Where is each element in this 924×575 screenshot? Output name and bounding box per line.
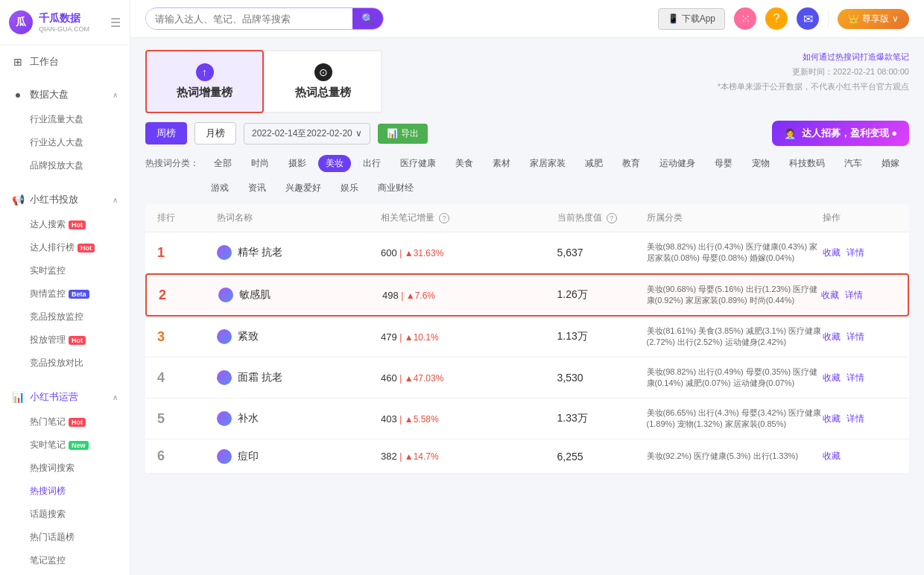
download-app-button[interactable]: 📱 下载App <box>658 8 725 30</box>
cat-pet[interactable]: 宠物 <box>744 155 777 172</box>
table-row: 1 精华 抗老 600 | ▲31.63% 5,637 美妆(98.82%) 出… <box>145 232 909 273</box>
vip-button[interactable]: 👑 尊享版 ∨ <box>838 9 909 29</box>
period-week-button[interactable]: 周榜 <box>145 122 187 144</box>
cat-beauty[interactable]: 美妆 <box>318 155 351 172</box>
tab-increase[interactable]: ↑ 热词增量榜 <box>145 50 264 113</box>
update-time: 更新时间：2022-02-21 08:00:00 <box>792 67 909 76</box>
mail-icon-button[interactable]: ✉ <box>797 7 819 30</box>
rank-number: 1 <box>157 245 217 261</box>
table-row: 2 敏感肌 498 | ▲7.6% 1.26万 美妆(90.68%) 母婴(5.… <box>145 273 909 317</box>
growth-info-icon[interactable]: ? <box>439 213 449 223</box>
growth-cell: 403 | ▲5.58% <box>381 413 557 425</box>
sidebar-item-industry-talent[interactable]: 行业达人大盘 <box>0 131 130 154</box>
sidebar-item-realtime-monitor[interactable]: 实时监控 <box>0 259 130 282</box>
cat-news[interactable]: 资讯 <box>241 180 273 197</box>
save-action[interactable]: 收藏 <box>823 331 841 343</box>
cat-sports[interactable]: 运动健身 <box>652 155 703 172</box>
help-icon-button[interactable]: ? <box>765 7 788 30</box>
grid-icon-button[interactable]: ⁙ <box>734 7 756 30</box>
cat-entertainment[interactable]: 娱乐 <box>333 180 366 197</box>
sidebar-item-hot-search-rank[interactable]: 热搜词榜 <box>0 480 130 503</box>
cat-maternal[interactable]: 母婴 <box>707 155 740 172</box>
date-range-select[interactable]: 2022-02-14至2022-02-20 ∨ <box>244 123 370 144</box>
cat-car[interactable]: 汽车 <box>837 155 870 172</box>
sidebar-item-note-query[interactable]: 笔记收录查询 <box>0 572 130 575</box>
sidebar-item-brand-delivery[interactable]: 品牌投放大盘 <box>0 154 130 177</box>
promo-banner[interactable]: 🧑‍💼 达人招募，盈利变现 ● <box>772 121 909 146</box>
promo-illustration: 🧑‍💼 <box>784 128 796 139</box>
cat-business[interactable]: 商业财经 <box>370 180 421 197</box>
topbar-right: 📱 下载App ⁙ ? ✉ 👑 尊享版 ∨ <box>658 7 909 30</box>
sidebar-item-industry-traffic[interactable]: 行业流量大盘 <box>0 108 130 131</box>
main-area: 🔍 📱 下载App ⁙ ? ✉ 👑 尊享版 ∨ ↑ <box>130 0 924 575</box>
sidebar-item-hot-topic-rank[interactable]: 热门话题榜 <box>0 526 130 549</box>
cat-wedding[interactable]: 婚嫁 <box>874 155 907 172</box>
sidebar-item-competitor-compare[interactable]: 竞品投放对比 <box>0 352 130 375</box>
sidebar-item-xhs-delivery[interactable]: 📢 小红书投放 ∧ <box>0 186 130 213</box>
cat-all[interactable]: 全部 <box>206 155 239 172</box>
heat-cell: 1.26万 <box>557 288 647 302</box>
save-action[interactable]: 收藏 <box>823 413 841 425</box>
cat-travel[interactable]: 出行 <box>355 155 388 172</box>
search-input[interactable] <box>146 9 352 29</box>
keyword-cell: 面霜 抗老 <box>217 370 381 385</box>
sidebar-item-talent-search[interactable]: 达人搜索 Hot <box>0 213 130 236</box>
table-row: 3 紧致 479 | ▲10.1% 1.13万 美妆(81.61%) 美食(3.… <box>145 317 909 358</box>
save-action[interactable]: 收藏 <box>823 247 841 259</box>
detail-action[interactable]: 详情 <box>847 331 864 343</box>
growth-up-icon: | ▲47.03% <box>399 373 443 384</box>
table-row: 4 面霜 抗老 460 | ▲47.03% 3,530 美妆(98.82%) 出… <box>145 358 909 398</box>
info-area: 如何通过热搜词打造爆款笔记 更新时间：2022-02-21 08:00:00 *… <box>718 50 909 100</box>
tab-total[interactable]: ⊙ 热词总量榜 <box>264 50 382 113</box>
cat-fitness[interactable]: 减肥 <box>578 155 610 172</box>
sidebar-item-topic-search[interactable]: 话题搜索 <box>0 503 130 526</box>
save-action[interactable]: 收藏 <box>821 289 839 302</box>
content-inner: ↑ 热词增量榜 ⊙ 热词总量榜 如何通过热搜词打造爆款笔记 更新时间：2022-… <box>130 38 924 486</box>
tags-cell: 美妆(92.2%) 医疗健康(5.3%) 出行(1.33%) <box>647 451 823 462</box>
sidebar-item-talent-rank[interactable]: 达人排行榜 Hot <box>0 236 130 259</box>
sidebar-item-data-board[interactable]: ● 数据大盘 ∧ <box>0 81 130 108</box>
cat-fashion[interactable]: 时尚 <box>244 155 276 172</box>
save-action[interactable]: 收藏 <box>823 372 841 384</box>
cat-photography[interactable]: 摄影 <box>281 155 314 172</box>
cat-tech[interactable]: 科技数码 <box>782 155 832 172</box>
export-button[interactable]: 📊 导出 <box>378 124 428 144</box>
sidebar-item-sentiment-monitor[interactable]: 舆情监控 Beta <box>0 282 130 305</box>
chevron-up-icon: ∧ <box>113 196 118 204</box>
tags-cell: 美妆(81.61%) 美食(3.85%) 减肥(3.1%) 医疗健康(2.72%… <box>647 325 823 348</box>
col-growth: 相关笔记增量 ? <box>381 212 557 224</box>
sidebar-item-competitor-monitor[interactable]: 竞品投放监控 <box>0 305 130 328</box>
help-link[interactable]: 如何通过热搜词打造爆款笔记 <box>803 52 909 61</box>
logo-area: 瓜 千瓜数据 QIAN-GUA.COM ☰ <box>0 0 130 45</box>
cat-medical[interactable]: 医疗健康 <box>393 155 443 172</box>
sidebar-item-realtime-notes[interactable]: 实时笔记 New <box>0 433 130 457</box>
chevron-up-icon: ∧ <box>113 393 118 401</box>
notice-text: *本榜单来源于公开数据，不代表小红书平台官方观点 <box>718 82 909 91</box>
sidebar-item-hot-notes[interactable]: 热门笔记 Hot <box>0 410 130 433</box>
increase-icon: ↑ <box>196 63 214 81</box>
sidebar-item-xhs-operation[interactable]: 📊 小红书运营 ∧ <box>0 384 130 410</box>
rank-number: 5 <box>157 411 217 427</box>
cat-education[interactable]: 教育 <box>615 155 648 172</box>
cat-material[interactable]: 素材 <box>485 155 518 172</box>
search-button[interactable]: 🔍 <box>352 8 383 29</box>
cat-hobby[interactable]: 兴趣爱好 <box>278 180 329 197</box>
menu-toggle-icon[interactable]: ☰ <box>110 16 121 30</box>
sidebar-item-note-monitor[interactable]: 笔记监控 <box>0 549 130 572</box>
action-cell: 收藏 详情 <box>823 372 897 384</box>
detail-action[interactable]: 详情 <box>847 413 864 425</box>
detail-action[interactable]: 详情 <box>847 372 864 384</box>
detail-action[interactable]: 详情 <box>845 289 863 302</box>
rank-number: 2 <box>159 288 218 303</box>
sidebar-item-workbench[interactable]: ⊞ 工作台 <box>0 48 130 75</box>
save-action[interactable]: 收藏 <box>823 450 841 463</box>
heat-info-icon[interactable]: ? <box>607 213 617 223</box>
cat-game[interactable]: 游戏 <box>203 180 236 197</box>
cat-food[interactable]: 美食 <box>448 155 481 172</box>
detail-action[interactable]: 详情 <box>847 247 864 259</box>
sidebar-item-hot-search[interactable]: 热搜词搜索 <box>0 457 130 480</box>
sidebar-item-delivery-manage[interactable]: 投放管理 Hot <box>0 328 130 352</box>
cat-home[interactable]: 家居家装 <box>522 155 573 172</box>
keyword-cell: 痘印 <box>217 449 381 464</box>
period-month-button[interactable]: 月榜 <box>194 122 236 144</box>
